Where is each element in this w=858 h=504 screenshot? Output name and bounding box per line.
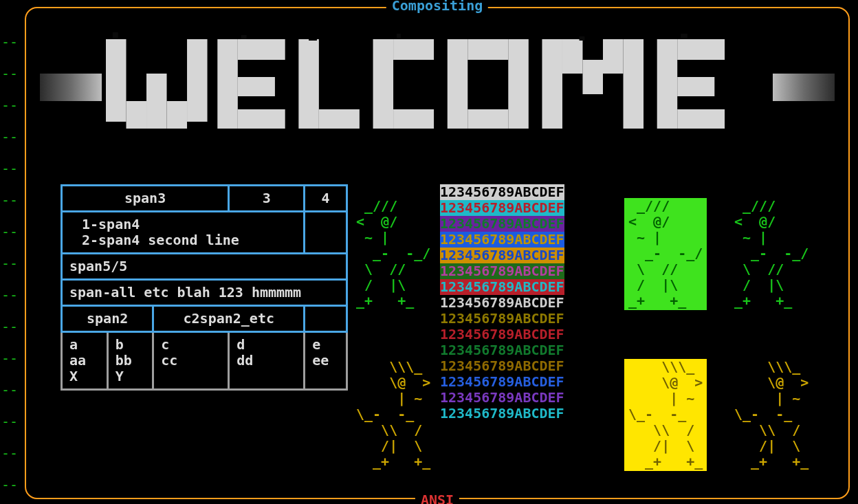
hex-line-10: 123456789ABCDEF xyxy=(440,327,564,342)
svg-rect-4 xyxy=(187,39,208,122)
hex-line-14: 123456789ABCDEF xyxy=(440,390,564,406)
svg-rect-11 xyxy=(309,32,317,41)
hex-line-2: 123456789ABCDEF xyxy=(440,200,564,216)
stick-rev-on-yellow: \\\_ \@ > | ~ \_- -_ \\ / /| \ _+ +_ xyxy=(624,359,707,471)
left-margin-dashes: -- -- -- -- -- -- -- -- -- -- -- -- -- -… xyxy=(1,34,18,493)
span-table: span3 3 4 1-span4 2-span4 second line sp… xyxy=(60,184,348,391)
frame-title: Compositing xyxy=(386,0,488,14)
hex-line-4: 123456789ABCDEF xyxy=(440,232,564,248)
svg-rect-3 xyxy=(167,101,188,129)
stick-rev-olive-2: \\\_ \@ > | ~ \_- -_ \\ / /| \ _+ +_ xyxy=(734,359,808,470)
hex-line-1: 123456789ABCDEF xyxy=(440,184,564,200)
svg-rect-14 xyxy=(393,109,434,129)
svg-rect-0 xyxy=(106,39,126,122)
stick-fwd-green-2: _/// < @/ ~ | _- -_/ \ // / |\ _+ +_ xyxy=(734,198,808,309)
cell-c2span2: c2span2_etc xyxy=(153,306,305,332)
svg-rect-29 xyxy=(241,35,247,39)
svg-rect-26 xyxy=(677,77,714,96)
svg-rect-15 xyxy=(448,39,468,129)
main-frame: Compositing ANSI xyxy=(25,7,850,499)
hex-line-12: 123456789ABCDEF xyxy=(440,358,564,374)
cell-span5: span5/5 xyxy=(62,254,347,280)
cell-r5-empty xyxy=(305,306,347,332)
welcome-art xyxy=(106,32,769,142)
svg-rect-6 xyxy=(238,39,285,60)
svg-rect-12 xyxy=(373,39,394,129)
stick-fwd-on-green: _/// < @/ ~ | _- -_/ \ // / |\ _+ +_ xyxy=(624,198,707,310)
hex-line-11: 123456789ABCDEF xyxy=(440,342,564,358)
svg-rect-20 xyxy=(624,39,644,129)
hex-line-6: 123456789ABCDEF xyxy=(440,263,564,279)
cell-4: 4 xyxy=(305,186,347,212)
cell-span2: span2 xyxy=(62,306,153,332)
hex-line-3: 123456789ABCDEF xyxy=(440,216,564,232)
hex-line-13: 123456789ABCDEF xyxy=(440,374,564,390)
frame-footer: ANSI xyxy=(415,492,459,504)
svg-rect-28 xyxy=(113,32,118,38)
svg-rect-16 xyxy=(508,39,529,129)
svg-rect-25 xyxy=(677,39,725,60)
svg-rect-19 xyxy=(542,39,562,129)
svg-rect-17 xyxy=(468,39,508,60)
svg-rect-32 xyxy=(681,34,688,38)
banner-stripe-right xyxy=(773,74,835,101)
svg-rect-13 xyxy=(393,39,434,60)
svg-rect-7 xyxy=(238,77,275,96)
cell-span3: span3 xyxy=(62,186,229,212)
svg-rect-22 xyxy=(603,39,624,74)
welcome-banner xyxy=(40,29,835,146)
hex-line-9: 123456789ABCDEF xyxy=(440,311,564,327)
cell-span4: 1-span4 2-span4 second line xyxy=(62,212,305,254)
cell-span4-empty xyxy=(305,212,347,254)
svg-rect-30 xyxy=(397,34,401,38)
cell-span-all: span-all etc blah 123 hmmmmm xyxy=(62,280,347,306)
svg-rect-2 xyxy=(146,74,167,129)
cell-3: 3 xyxy=(229,186,305,212)
hex-line-8: 123456789ABCDEF xyxy=(440,295,564,311)
hex-line-7: 123456789ABCDEF xyxy=(440,279,564,295)
cell-e: e ee xyxy=(305,332,347,390)
svg-rect-23 xyxy=(582,60,603,94)
cell-a: a aa X xyxy=(62,332,108,390)
color-ladder: 123456789ABCDEF 123456789ABCDEF 12345678… xyxy=(440,184,564,421)
stick-fwd-green: _/// < @/ ~ | _- -_/ \ // / |\ _+ +_ xyxy=(356,198,430,309)
cell-b: b bb Y xyxy=(107,332,153,390)
svg-rect-1 xyxy=(126,101,147,129)
cell-c: c cc xyxy=(153,332,229,390)
svg-rect-31 xyxy=(580,36,585,41)
cell-d: d dd xyxy=(229,332,305,390)
svg-rect-5 xyxy=(217,39,238,129)
svg-rect-8 xyxy=(238,109,285,129)
hex-line-5: 123456789ABCDEF xyxy=(440,248,564,263)
svg-rect-18 xyxy=(468,109,508,129)
svg-rect-27 xyxy=(677,109,725,129)
banner-stripe-left xyxy=(40,74,102,101)
svg-rect-21 xyxy=(562,39,583,74)
svg-rect-9 xyxy=(298,39,319,129)
svg-rect-24 xyxy=(657,39,678,129)
svg-rect-10 xyxy=(319,109,360,129)
hex-line-15: 123456789ABCDEF xyxy=(440,406,564,421)
stick-rev-olive: \\\_ \@ > | ~ \_- -_ \\ / /| \ _+ +_ xyxy=(356,359,430,470)
